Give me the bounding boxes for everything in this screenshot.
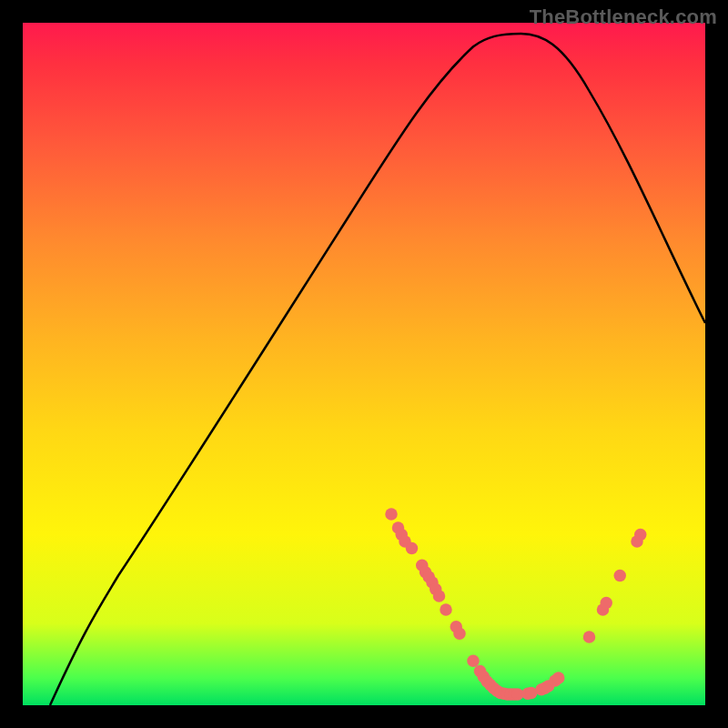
chart-points	[385, 508, 646, 701]
chart-svg	[23, 23, 705, 705]
data-point	[583, 631, 596, 643]
data-point	[440, 603, 451, 616]
watermark-text: TheBottleneck.com	[530, 5, 717, 29]
data-point	[634, 529, 647, 541]
data-point	[453, 628, 466, 641]
data-point	[385, 508, 397, 521]
data-point	[406, 542, 418, 555]
data-point	[601, 597, 613, 610]
data-point	[614, 570, 627, 582]
data-point	[467, 655, 480, 668]
data-point	[433, 590, 445, 602]
chart-plot-area	[23, 23, 705, 705]
data-point	[552, 672, 565, 684]
